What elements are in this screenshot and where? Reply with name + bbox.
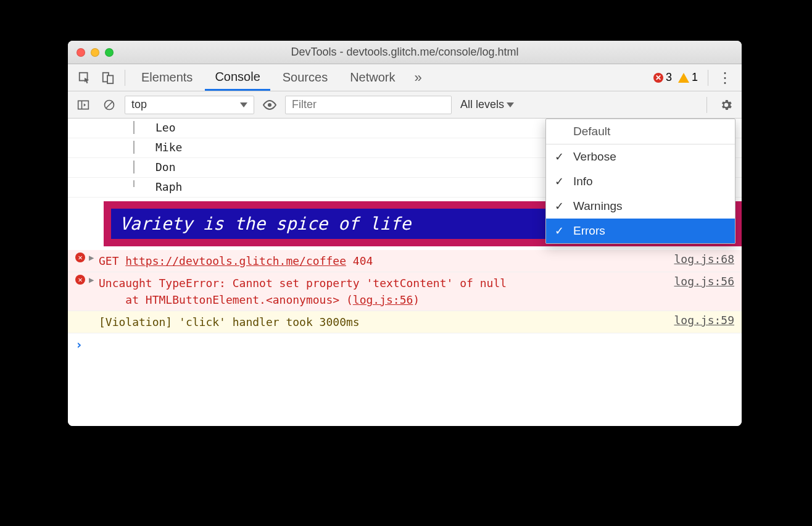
levels-item-errors[interactable]: ✓Errors <box>546 219 735 243</box>
kebab-menu-icon[interactable]: ⋮ <box>715 67 735 88</box>
close-icon[interactable] <box>77 48 85 57</box>
error-count-badge[interactable]: ✕ 3 <box>653 71 672 84</box>
check-icon: ✓ <box>555 175 564 188</box>
tab-network[interactable]: Network <box>340 64 405 91</box>
check-icon: ✓ <box>555 224 564 238</box>
check-icon: ✓ <box>555 199 564 213</box>
divider <box>125 70 125 86</box>
console-filter-bar: top All levels <box>68 91 742 119</box>
traffic-lights <box>68 48 114 57</box>
chevron-down-icon <box>240 102 247 107</box>
levels-item-default[interactable]: Default <box>546 119 735 144</box>
svg-rect-3 <box>78 101 89 109</box>
console-error-row[interactable]: ✕ ▶ GET https://devtools.glitch.me/coffe… <box>68 250 742 272</box>
console-error-row[interactable]: ✕ ▶ Uncaught TypeError: Cannot set prope… <box>68 272 742 311</box>
context-label: top <box>131 98 147 111</box>
live-expression-icon[interactable] <box>259 94 280 115</box>
main-toolbar: Elements Console Sources Network » ✕ 3 1… <box>68 64 742 91</box>
minimize-icon[interactable] <box>91 48 99 57</box>
console-output: Leo Mike Don Raph Variety is the spice o… <box>68 119 742 426</box>
devtools-window: DevTools - devtools.glitch.me/console/lo… <box>68 41 742 426</box>
error-icon: ✕ <box>653 73 663 83</box>
levels-item-info[interactable]: ✓Info <box>546 169 735 194</box>
prompt-chevron-icon: › <box>75 337 83 352</box>
tab-elements[interactable]: Elements <box>131 64 202 91</box>
check-icon: ✓ <box>555 150 564 164</box>
tab-sources[interactable]: Sources <box>273 64 338 91</box>
stack-link[interactable]: log.js:56 <box>353 293 413 306</box>
svg-point-7 <box>268 103 271 107</box>
source-location-link[interactable]: log.js:56 <box>664 275 734 288</box>
expand-icon[interactable]: ▶ <box>89 253 99 262</box>
divider <box>708 70 708 86</box>
levels-dropdown-menu: Default ✓Verbose ✓Info ✓Warnings ✓Errors <box>545 119 735 244</box>
error-icon: ✕ <box>75 253 89 262</box>
window-title: DevTools - devtools.glitch.me/console/lo… <box>68 46 742 59</box>
log-levels-dropdown[interactable]: All levels <box>457 98 518 111</box>
error-count: 3 <box>666 71 672 84</box>
warning-icon <box>678 73 689 83</box>
warning-count-badge[interactable]: 1 <box>678 71 698 84</box>
console-prompt[interactable]: › <box>68 333 742 356</box>
tab-console[interactable]: Console <box>205 64 270 91</box>
clear-console-icon[interactable] <box>99 94 120 115</box>
error-message: Uncaught TypeError: Cannot set property … <box>99 275 664 308</box>
inspect-element-icon[interactable] <box>74 67 95 88</box>
console-violation-row[interactable]: [Violation] 'click' handler took 3000ms … <box>68 311 742 333</box>
error-icon: ✕ <box>75 275 89 285</box>
divider <box>706 97 707 113</box>
device-toolbar-icon[interactable] <box>97 67 118 88</box>
svg-rect-2 <box>107 75 113 83</box>
source-location-link[interactable]: log.js:68 <box>664 253 734 265</box>
expand-icon[interactable]: ▶ <box>89 275 99 285</box>
warning-count: 1 <box>692 71 698 84</box>
filter-input[interactable] <box>285 96 452 114</box>
levels-item-verbose[interactable]: ✓Verbose <box>546 144 735 169</box>
error-url-link[interactable]: https://devtools.glitch.me/coffee <box>125 254 346 267</box>
context-selector[interactable]: top <box>125 96 254 114</box>
console-sidebar-toggle-icon[interactable] <box>73 94 94 115</box>
chevron-down-icon <box>507 102 514 107</box>
levels-item-warnings[interactable]: ✓Warnings <box>546 194 735 219</box>
titlebar: DevTools - devtools.glitch.me/console/lo… <box>68 41 742 64</box>
maximize-icon[interactable] <box>105 48 114 57</box>
console-settings-icon[interactable] <box>716 94 737 115</box>
violation-message: [Violation] 'click' handler took 3000ms <box>99 314 664 330</box>
more-tabs-icon[interactable]: » <box>408 67 429 88</box>
svg-line-6 <box>106 102 112 108</box>
error-message: GET https://devtools.glitch.me/coffee 40… <box>99 253 664 269</box>
source-location-link[interactable]: log.js:59 <box>664 314 734 327</box>
levels-label: All levels <box>460 98 504 111</box>
